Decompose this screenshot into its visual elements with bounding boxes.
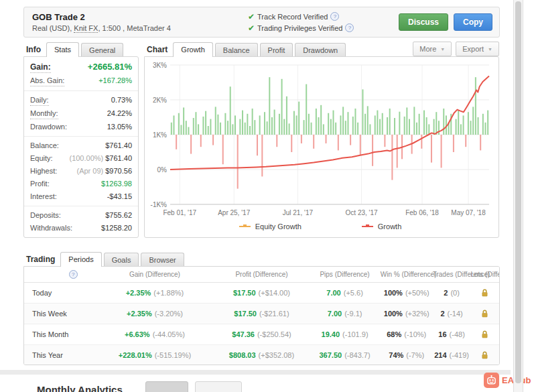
stat-value: $761.40	[105, 141, 132, 151]
column-header: Lots (Difference)	[470, 271, 499, 278]
svg-text:Feb 06, '18: Feb 06, '18	[405, 209, 439, 216]
stat-row: Withdrawals:$1258.20	[24, 222, 138, 235]
difference-value: (-$21.61)	[259, 310, 289, 318]
header-buttons: Discuss Copy	[399, 13, 499, 31]
growth-chart[interactable]: 3K%2K%1K%0%-1K%Feb 01, '17Apr 25, '17Jul…	[146, 60, 494, 220]
stat-value: +2665.81%	[88, 62, 132, 72]
lots-locked-cell[interactable]	[470, 330, 499, 339]
info-panel-tabs: Info Stats General	[23, 42, 125, 56]
stat-value: 0.73%	[111, 95, 132, 105]
info-panel-title: Info	[26, 45, 41, 54]
tab-general[interactable]: General	[81, 43, 123, 56]
stat-label[interactable]: Monthly:	[30, 109, 58, 119]
stat-row: Balance:$761.40	[24, 139, 138, 152]
info-icon[interactable]: ?	[69, 270, 78, 279]
lock-icon	[481, 288, 488, 298]
value-cell: 2(-14)	[433, 310, 471, 318]
value-cell: 68%(-10%)	[381, 330, 433, 338]
stat-label: Balance:	[30, 141, 59, 151]
trading-panel-tabs: Trading Periods Goals Browser	[23, 251, 186, 266]
difference-value: (+50%)	[405, 289, 429, 297]
table-row: This Year+228.01%(-515.19%)$808.03(+$352…	[24, 345, 499, 365]
tab-stats[interactable]: Stats	[46, 42, 79, 57]
tab-growth[interactable]: Growth	[173, 42, 212, 57]
trading-privileges-label: Trading Privileges Verified	[257, 24, 342, 32]
lots-locked-cell[interactable]	[470, 288, 499, 298]
stat-value: -$43.15	[107, 192, 132, 202]
tab-profit[interactable]: Profit	[260, 43, 293, 56]
account-title: GOB Trade 2	[32, 12, 200, 22]
tab-balance[interactable]: Balance	[215, 43, 258, 56]
main-value: +6.63%	[125, 330, 150, 338]
chart-panel-title: Chart	[147, 45, 168, 54]
main-value: 100%	[384, 289, 403, 297]
value-cell: +2.35%(+1.88%)	[95, 289, 214, 297]
main-value: 16	[438, 330, 446, 338]
divider	[24, 90, 138, 91]
value-cell: 100%(+32%)	[381, 310, 433, 318]
lots-locked-cell[interactable]	[470, 309, 499, 318]
stat-row: Daily:0.73%	[24, 94, 138, 107]
footer-tab[interactable]	[195, 381, 242, 392]
lots-locked-cell[interactable]	[470, 350, 499, 360]
page-scrollbar[interactable]	[513, 0, 523, 392]
main-value: 19.40	[322, 330, 340, 338]
footer-tab[interactable]	[145, 381, 188, 392]
lock-icon	[481, 309, 488, 318]
header-info-cell: ?	[24, 270, 95, 279]
value-cell: +2.35%(-3.20%)	[95, 310, 214, 318]
copy-button[interactable]: Copy	[454, 13, 492, 31]
stat-value-note: (Apr 09)	[76, 167, 103, 175]
difference-value: (-48)	[450, 330, 465, 338]
tab-goals[interactable]: Goals	[104, 253, 139, 266]
help-icon[interactable]: ?	[330, 12, 339, 21]
tab-periods[interactable]: Periods	[60, 252, 101, 267]
table-row: This Week+2.35%(-3.20%)$17.50(-$21.61)7.…	[24, 304, 499, 324]
main-value: 68%	[387, 330, 401, 338]
account-subtitle: Real (USD), Knit FX, 1:500 , MetaTrader …	[32, 24, 200, 32]
tab-browser[interactable]: Browser	[141, 253, 184, 266]
main-value: 74%	[389, 351, 403, 359]
difference-value: (-419)	[450, 351, 469, 359]
stat-row: Interest:-$43.15	[24, 190, 138, 203]
stat-value: $755.62	[105, 210, 132, 220]
svg-text:3K%: 3K%	[153, 62, 167, 69]
value-cell: $47.36(-$250.54)	[214, 330, 310, 338]
main-value: +2.35%	[126, 289, 151, 297]
tab-drawdown[interactable]: Drawdown	[295, 43, 346, 56]
chart-legend: Equity GrowthGrowth	[146, 222, 494, 231]
stat-value: (100.00%)$761.40	[69, 153, 132, 164]
divider	[24, 136, 138, 137]
value-cell: +6.63%(-44.05%)	[95, 330, 214, 338]
main-value: $17.50	[233, 289, 256, 297]
main-value: 2	[444, 289, 448, 297]
help-icon[interactable]: ?	[345, 23, 354, 32]
table-header: ?Gain (Difference)Profit (Difference)Pip…	[24, 267, 499, 283]
monthly-analytics-heading: Monthly Analytics	[37, 384, 123, 392]
divider	[24, 237, 138, 238]
chevron-down-icon: ▼	[488, 47, 492, 52]
broker-link[interactable]: Knit FX	[74, 24, 98, 33]
stat-label[interactable]: Abs. Gain:	[30, 76, 64, 86]
discuss-button[interactable]: Discuss	[399, 13, 448, 31]
svg-text:0%: 0%	[157, 166, 168, 174]
legend-item[interactable]: Growth	[362, 222, 401, 231]
main-value: 2	[440, 310, 444, 318]
difference-value: (-843.7)	[344, 351, 371, 359]
stat-row: Highest:(Apr 09)$970.56	[24, 165, 138, 178]
legend-item[interactable]: Equity Growth	[239, 222, 302, 231]
lock-icon	[481, 330, 488, 339]
track-record-badge: ✔ Track Record Verified ?	[248, 12, 354, 21]
scrollbar-thumb[interactable]	[515, 1, 521, 383]
difference-value: (+$352.08)	[259, 351, 295, 359]
main-value: $808.03	[229, 351, 256, 359]
main-value: 7.00	[326, 289, 340, 297]
difference-value: (-101.9)	[342, 330, 369, 338]
difference-value: (-9.1)	[344, 310, 362, 318]
stat-label[interactable]: Daily:	[30, 95, 49, 106]
stat-label[interactable]: Gain:	[30, 62, 51, 73]
stat-label: Interest:	[30, 192, 57, 202]
more-button[interactable]: More▼	[413, 42, 452, 56]
export-button[interactable]: Export▼	[456, 42, 499, 56]
stat-row: Deposits:$755.62	[24, 209, 138, 222]
